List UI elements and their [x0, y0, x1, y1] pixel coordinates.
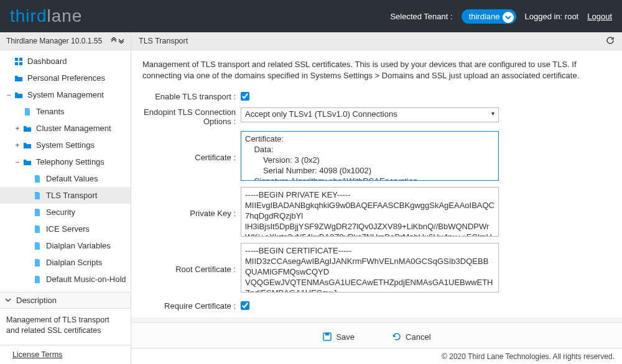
- row-certificate: Certificate : Certificate: Data: Version…: [142, 131, 611, 181]
- collapse-icon[interactable]: −: [14, 158, 21, 166]
- svg-rect-0: [15, 58, 18, 61]
- sidebar-item-default-moh[interactable]: Default Music-on-Hold: [0, 271, 131, 288]
- topbar: thirdlane Selected Tenant : thirdlane Lo…: [0, 0, 622, 32]
- label-enable-tls: Enable TLS transport :: [142, 89, 241, 101]
- logout-link[interactable]: Logout: [587, 12, 612, 21]
- cancel-label: Cancel: [406, 332, 430, 342]
- selected-tenant-label: Selected Tenant :: [390, 12, 452, 21]
- sidebar-item-label: System Management: [27, 90, 104, 99]
- main-panel: TLS Transport Management of TLS transpor…: [131, 32, 622, 364]
- topbar-right: Selected Tenant : thirdlane Logged in: r…: [390, 9, 612, 24]
- sidebar-item-dialing-perms[interactable]: + Dialing Permissions: [0, 288, 131, 292]
- logo: thirdlane: [10, 6, 82, 26]
- svg-rect-5: [325, 333, 329, 335]
- sidebar-item-system-mgmt[interactable]: − System Management: [0, 86, 131, 103]
- save-icon: [322, 332, 332, 342]
- sidebar-item-label: Dialplan Variables: [46, 241, 111, 250]
- sidebar-item-label: Default Music-on-Hold: [46, 275, 126, 284]
- label-root-cert: Root Certificate :: [142, 243, 241, 293]
- description-toggle[interactable]: Description: [0, 292, 131, 309]
- folder-icon: [22, 157, 32, 167]
- file-icon: [32, 191, 42, 201]
- chevron-down-icon: [503, 12, 514, 23]
- logo-lane: lane: [47, 6, 82, 25]
- file-icon: [32, 258, 42, 268]
- row-private-key: Private Key : -----BEGIN PRIVATE KEY----…: [142, 187, 611, 237]
- expand-icon[interactable]: +: [14, 124, 21, 133]
- sidebar-header: Thirdlane Manager 10.0.1.55: [0, 32, 131, 50]
- refresh-icon[interactable]: [606, 36, 615, 47]
- svg-rect-3: [19, 62, 22, 65]
- sidebar-item-label: Personal Preferences: [27, 73, 105, 83]
- sidebar-item-tenants[interactable]: Tenants: [0, 103, 131, 120]
- description-body: Management of TLS transport and related …: [0, 309, 131, 345]
- nav-tree[interactable]: Dashboard Personal Preferences − System …: [0, 50, 131, 292]
- content-area: Management of TLS transport and related …: [131, 50, 622, 317]
- file-icon: [32, 275, 42, 284]
- root-cert-textarea[interactable]: -----BEGIN CERTIFICATE----- MIID3zCCAseg…: [241, 243, 499, 293]
- sidebar-item-label: Dashboard: [27, 57, 67, 66]
- sidebar-item-personal-prefs[interactable]: Personal Preferences: [0, 70, 131, 86]
- page-title: TLS Transport: [139, 37, 188, 45]
- sidebar-item-label: Default Values: [46, 174, 98, 183]
- label-verify-cert: Verify Certificate :: [142, 317, 241, 317]
- svg-rect-2: [15, 62, 18, 65]
- label-certificate: Certificate :: [142, 131, 241, 181]
- sidebar-title: Thirdlane Manager 10.0.1.55: [6, 37, 102, 45]
- enable-tls-checkbox[interactable]: [241, 92, 249, 101]
- collapse-up-icon[interactable]: [111, 37, 117, 45]
- sidebar-item-cluster-mgmt[interactable]: + Cluster Management: [0, 120, 131, 137]
- folder-icon: [14, 73, 24, 83]
- logged-in-label: Logged in: root: [525, 12, 579, 21]
- sidebar-item-label: TLS Transport: [46, 191, 97, 200]
- footer: © 2020 Third Lane Technologies. All righ…: [131, 348, 622, 364]
- sidebar-item-ice-servers[interactable]: ICE Servers: [0, 221, 131, 237]
- sidebar-item-security[interactable]: Security: [0, 204, 131, 221]
- sidebar-item-default-values[interactable]: Default Values: [0, 170, 131, 187]
- chevron-down-icon: [5, 296, 11, 305]
- sidebar-item-label: Telephony Settings: [36, 157, 104, 166]
- sidebar-item-label: Dialplan Scripts: [46, 258, 102, 267]
- sidebar-item-dialplan-scripts[interactable]: Dialplan Scripts: [0, 254, 131, 271]
- sidebar: Thirdlane Manager 10.0.1.55 Dashboard Pe…: [0, 32, 131, 364]
- sidebar-item-telephony-settings[interactable]: − Telephony Settings: [0, 153, 131, 170]
- folder-icon: [22, 124, 32, 134]
- endpoint-tls-select[interactable]: Accept only TLSv1 (TLSv1.0) Connections: [241, 107, 499, 122]
- row-require-cert: Require Certificate :: [142, 299, 611, 312]
- footer-text: © 2020 Third Lane Technologies. All righ…: [442, 352, 615, 361]
- expand-down-icon[interactable]: [118, 37, 124, 45]
- label-require-cert: Require Certificate :: [142, 299, 241, 311]
- row-root-cert: Root Certificate : -----BEGIN CERTIFICAT…: [142, 243, 611, 293]
- sidebar-item-label: System Settings: [36, 140, 95, 150]
- certificate-textarea[interactable]: Certificate: Data: Version: 3 (0x2) Seri…: [241, 131, 499, 181]
- require-cert-checkbox[interactable]: [241, 301, 249, 310]
- private-key-textarea[interactable]: -----BEGIN PRIVATE KEY----- MIIEvgIBADAN…: [241, 187, 499, 237]
- workspace: Thirdlane Manager 10.0.1.55 Dashboard Pe…: [0, 32, 622, 364]
- row-verify-cert: Verify Certificate :: [142, 317, 611, 317]
- undo-icon: [392, 332, 402, 342]
- license-terms-link[interactable]: License Terms: [0, 345, 131, 364]
- collapse-icon[interactable]: −: [5, 91, 12, 99]
- sidebar-collapse-controls: [111, 37, 124, 45]
- tenant-dropdown[interactable]: thirdlane: [462, 9, 516, 24]
- file-icon: [32, 241, 42, 251]
- svg-rect-1: [19, 58, 22, 61]
- save-label: Save: [336, 332, 355, 342]
- sidebar-item-label: Tenants: [36, 107, 65, 116]
- endpoint-tls-value: Accept only TLSv1 (TLSv1.0) Connections: [245, 109, 397, 119]
- sidebar-item-dashboard[interactable]: Dashboard: [0, 53, 131, 70]
- logo-third: third: [10, 6, 47, 25]
- folder-icon: [14, 90, 24, 100]
- row-endpoint-tls: Endopint TLS Connection Options : Accept…: [142, 107, 611, 126]
- label-private-key: Private Key :: [142, 187, 241, 237]
- file-icon: [32, 207, 42, 217]
- save-button[interactable]: Save: [322, 332, 355, 342]
- expand-icon[interactable]: +: [14, 141, 21, 150]
- sidebar-item-system-settings[interactable]: + System Settings: [0, 137, 131, 153]
- sidebar-item-dialplan-vars[interactable]: Dialplan Variables: [0, 237, 131, 254]
- folder-icon: [22, 140, 32, 150]
- label-endpoint-tls: Endopint TLS Connection Options :: [142, 107, 241, 126]
- file-icon: [32, 224, 42, 234]
- sidebar-item-tls-transport[interactable]: TLS Transport: [0, 187, 131, 204]
- cancel-button[interactable]: Cancel: [392, 332, 430, 342]
